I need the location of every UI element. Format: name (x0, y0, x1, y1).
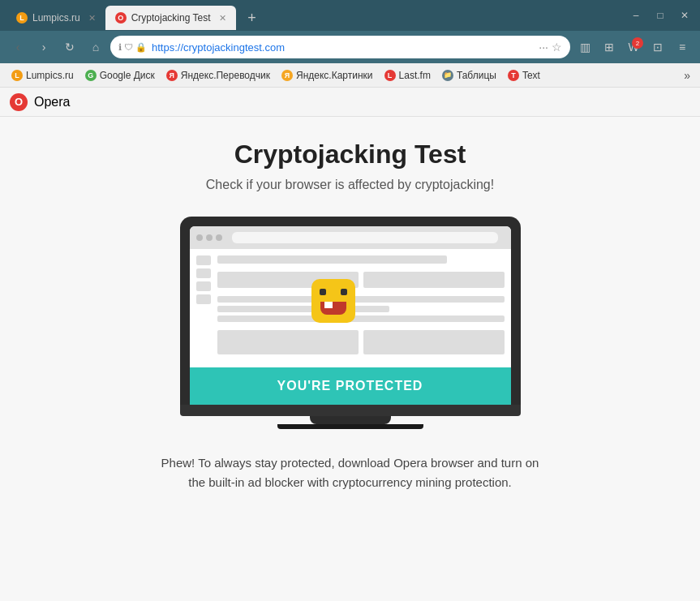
opera-label: Opera (34, 95, 70, 109)
lock-icon: 🛡 (124, 42, 133, 52)
bookmark-favicon-images: Я (281, 70, 293, 81)
inner-line-1 (217, 296, 505, 303)
bookmark-favicon-lastfm: L (384, 70, 396, 81)
browser-chrome: L Lumpics.ru ✕ O Cryptojacking Test ✕ + … (0, 0, 700, 117)
reader-icon[interactable]: ⊞ (598, 36, 621, 58)
robot-eye-left (320, 289, 326, 295)
laptop-stand (310, 416, 391, 424)
bookmarks-more[interactable]: » (681, 67, 694, 84)
inner-dot-2 (206, 234, 213, 241)
inner-bottom-block-1 (217, 330, 359, 354)
bookmark-images[interactable]: Я Яндекс.Картинки (277, 68, 378, 83)
opera-bar: O Opera (0, 88, 700, 117)
tab-lumpics[interactable]: L Lumpics.ru ✕ (6, 6, 105, 30)
page-description: Phew! To always stay protected, download… (156, 453, 545, 492)
bookmark-label-tables: Таблицы (457, 70, 496, 81)
inner-header-bar (217, 255, 447, 264)
bookmark-label-images: Яндекс.Картинки (296, 70, 373, 81)
url-text: https://cryptojackingtest.com (152, 41, 534, 54)
refresh-button[interactable]: ↻ (58, 36, 81, 58)
robot-eye-right (341, 289, 347, 295)
robot-face (311, 279, 355, 323)
bookmark-favicon-lumpics: L (11, 70, 23, 81)
tab-favicon-crypto: O (115, 12, 127, 24)
bookmark-lumpics[interactable]: L Lumpics.ru (6, 68, 79, 83)
inner-browser: YOU'RE PROTECTED (190, 226, 511, 405)
info-icon: ℹ (118, 42, 122, 53)
laptop-screen-outer: YOU'RE PROTECTED (180, 217, 521, 405)
inner-sidebar (196, 255, 211, 361)
bookmark-text[interactable]: T Text (503, 68, 545, 83)
bookmark-translator[interactable]: Я Яндекс.Переводчик (161, 68, 275, 83)
wallet-icon[interactable]: W 2 (622, 36, 645, 58)
forward-button[interactable]: › (32, 36, 55, 58)
inner-urlbar (232, 232, 498, 243)
back-button[interactable]: ‹ (6, 36, 29, 58)
bookmark-label-translator: Яндекс.Переводчик (181, 70, 270, 81)
robot-tooth (324, 302, 333, 308)
menu-icon[interactable]: ≡ (671, 36, 694, 58)
tab-label-crypto: Cryptojacking Test (131, 12, 211, 24)
inner-line-2 (217, 306, 389, 312)
nav-bar: ‹ › ↻ ⌂ ℹ 🛡 🔒 https://cryptojackingtest.… (0, 31, 700, 63)
inner-bottom-blocks (217, 330, 505, 354)
laptop-base (180, 405, 521, 416)
robot-character (311, 279, 360, 328)
address-bar[interactable]: ℹ 🛡 🔒 https://cryptojackingtest.com ··· … (110, 36, 570, 58)
bookmark-tables[interactable]: 📁 Таблицы (437, 68, 501, 83)
bookmark-label-text: Text (522, 70, 540, 81)
nav-extra: ▥ ⊞ W 2 ⊡ ≡ (573, 36, 694, 58)
home-button[interactable]: ⌂ (84, 36, 107, 58)
inner-blocks (217, 272, 505, 288)
maximize-button[interactable]: □ (651, 6, 669, 24)
tab-close-crypto[interactable]: ✕ (219, 13, 226, 24)
https-lock: 🔒 (135, 42, 147, 53)
opera-logo: O (10, 93, 28, 111)
tab-close-lumpics[interactable]: ✕ (88, 13, 96, 24)
bookmark-favicon-tables: 📁 (442, 70, 453, 81)
more-button[interactable]: ··· (539, 41, 548, 54)
bookmarks-bar: L Lumpics.ru G Google Диск Я Яндекс.Пере… (0, 63, 700, 88)
new-tab-button[interactable]: + (243, 8, 262, 28)
bookmark-favicon-gdrive: G (85, 70, 97, 81)
page-title: Cryptojacking Test (234, 140, 466, 170)
laptop-illustration: YOU'RE PROTECTED (180, 217, 521, 429)
inner-dot-1 (196, 234, 203, 241)
minimize-button[interactable]: – (627, 6, 645, 24)
bookmark-lastfm[interactable]: L Last.fm (380, 68, 436, 83)
library-icon[interactable]: ▥ (573, 36, 596, 58)
page-subtitle: Check if your browser is affected by cry… (206, 178, 494, 192)
window-controls: – □ ✕ (627, 6, 694, 29)
tab-crypto[interactable]: O Cryptojacking Test ✕ (105, 6, 236, 30)
bookmark-label-lastfm: Last.fm (399, 70, 431, 81)
inner-sidebar-item-2 (196, 268, 211, 278)
inner-sidebar-item-4 (196, 294, 211, 304)
security-icons: ℹ 🛡 🔒 (118, 42, 147, 53)
bookmark-label-lumpics: Lumpics.ru (26, 70, 74, 81)
laptop-foot (277, 424, 423, 429)
wallet-badge: 2 (632, 37, 643, 49)
inner-sidebar-item-3 (196, 281, 211, 291)
bookmark-star[interactable]: ☆ (552, 41, 562, 54)
address-actions: ··· ☆ (539, 41, 562, 54)
bookmark-favicon-translator: Я (166, 70, 178, 81)
inner-block-2 (363, 272, 505, 288)
bookmark-label-gdrive: Google Диск (100, 70, 155, 81)
laptop-screen-inner: YOU'RE PROTECTED (190, 226, 511, 405)
inner-dot-3 (216, 234, 222, 241)
inner-content (190, 249, 511, 367)
protected-bar: YOU'RE PROTECTED (190, 367, 511, 405)
screenshot-icon[interactable]: ⊡ (646, 36, 669, 58)
tab-bar: L Lumpics.ru ✕ O Cryptojacking Test ✕ + … (0, 0, 700, 31)
inner-lines (217, 296, 505, 322)
bookmark-gdrive[interactable]: G Google Диск (80, 68, 160, 83)
bookmark-favicon-text: T (508, 70, 519, 81)
tab-favicon-lumpics: L (16, 12, 28, 24)
inner-bottom-block-2 (363, 330, 505, 354)
close-button[interactable]: ✕ (676, 6, 694, 24)
inner-sidebar-item-1 (196, 255, 211, 265)
inner-main (217, 255, 505, 361)
robot-mouth (320, 302, 346, 315)
inner-line-3 (217, 316, 505, 322)
inner-nav (190, 226, 511, 249)
